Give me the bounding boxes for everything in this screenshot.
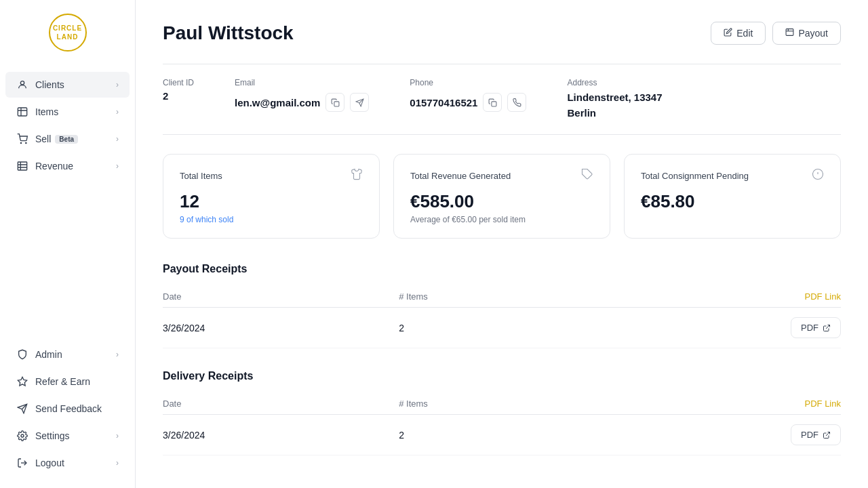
delivery-receipts-section: Delivery Receipts Date # Items PDF Link … xyxy=(163,370,841,455)
sidebar-item-items[interactable]: Items › xyxy=(5,99,130,125)
stats-row: Total Items 12 9 of which sold Total Rev… xyxy=(163,154,841,239)
logo-container: CIRCLE LAND xyxy=(0,0,135,65)
payout-pdf-header: PDF Link xyxy=(560,286,841,308)
sidebar-item-clients[interactable]: Clients › xyxy=(5,72,130,98)
logout-label: Logout xyxy=(35,458,64,468)
phone-actions: 015770416521 xyxy=(410,93,526,112)
total-items-label: Total Items xyxy=(180,171,222,181)
svg-rect-10 xyxy=(786,29,793,36)
payout-pdf-button[interactable]: PDF xyxy=(791,317,841,338)
sidebar-item-revenue[interactable]: Revenue › xyxy=(5,153,130,179)
consignment-icon xyxy=(812,168,824,183)
send-email-button[interactable] xyxy=(350,93,369,112)
phone-value: 015770416521 xyxy=(410,97,477,108)
main-nav: Clients › Items › Sell Beta › Revenue › xyxy=(0,65,135,335)
svg-rect-1 xyxy=(18,108,26,116)
sidebar-item-send-feedback[interactable]: Send Feedback xyxy=(5,396,130,422)
svg-marker-5 xyxy=(18,377,26,386)
payout-receipt-date: 3/26/2024 xyxy=(163,308,399,348)
sidebar: CIRCLE LAND Clients › Items › Sell Beta … xyxy=(0,0,136,488)
svg-rect-4 xyxy=(18,162,26,170)
payout-label: Payout xyxy=(798,28,828,39)
stat-card-consignment-header: Total Consignment Pending xyxy=(641,168,824,183)
delivery-receipt-date: 3/26/2024 xyxy=(163,415,399,455)
svg-point-2 xyxy=(20,142,21,143)
send-feedback-label: Send Feedback xyxy=(35,403,102,414)
clients-chevron: › xyxy=(116,80,119,89)
send-feedback-icon xyxy=(16,403,28,415)
refer-earn-icon xyxy=(16,375,28,388)
stat-card-consignment: Total Consignment Pending €85.80 xyxy=(624,154,841,239)
delivery-items-header: # Items xyxy=(399,393,560,415)
svg-point-0 xyxy=(20,81,24,85)
client-id-label: Client ID xyxy=(163,78,194,87)
settings-chevron: › xyxy=(116,431,119,441)
app-logo: CIRCLE LAND xyxy=(49,14,87,52)
payout-receipts-section: Payout Receipts Date # Items PDF Link 3/… xyxy=(163,263,841,348)
delivery-receipt-items: 2 xyxy=(399,415,560,455)
items-icon xyxy=(16,106,28,118)
svg-line-22 xyxy=(826,432,830,436)
settings-icon xyxy=(16,430,28,442)
payout-receipt-pdf-cell: PDF xyxy=(560,308,841,348)
delivery-pdf-header: PDF Link xyxy=(560,393,841,415)
sidebar-item-admin[interactable]: Admin › xyxy=(5,342,130,367)
clients-label: Clients xyxy=(35,79,64,90)
edit-button[interactable]: Edit xyxy=(711,22,766,45)
revenue-icon xyxy=(16,160,28,172)
page-header: Paul Wittstock Edit Payout xyxy=(163,22,841,45)
svg-point-8 xyxy=(21,434,24,437)
svg-rect-16 xyxy=(492,101,496,106)
stat-card-total-items-header: Total Items xyxy=(180,168,363,183)
payout-receipt-row: 3/26/2024 2 PDF xyxy=(163,308,841,348)
settings-label: Settings xyxy=(35,430,70,441)
stat-card-total-items: Total Items 12 9 of which sold xyxy=(163,154,380,239)
payout-items-header: # Items xyxy=(399,286,560,308)
revenue-chevron: › xyxy=(116,161,119,171)
logout-icon xyxy=(16,457,28,469)
payout-icon xyxy=(785,28,794,39)
consignment-value: €85.80 xyxy=(641,191,824,212)
items-label: Items xyxy=(35,106,58,117)
payout-pdf-label: PDF xyxy=(801,323,818,333)
delivery-pdf-label: PDF xyxy=(801,430,818,440)
items-chevron: › xyxy=(116,107,119,117)
email-label: Email xyxy=(235,78,369,87)
client-info: Client ID 2 Email len.w@gmail.com Phone … xyxy=(163,64,841,135)
call-phone-button[interactable] xyxy=(507,93,526,112)
svg-rect-13 xyxy=(334,101,339,106)
sidebar-bottom: Admin › Refer & Earn Send Feedback Setti… xyxy=(0,335,135,488)
delivery-date-header: Date xyxy=(163,393,399,415)
revenue-stat-sub: Average of €65.00 per sold item xyxy=(410,215,593,224)
revenue-label: Revenue xyxy=(35,161,73,171)
client-address-group: Address Lindenstreet, 13347Berlin xyxy=(567,78,662,121)
sell-chevron: › xyxy=(116,134,119,144)
consignment-label: Total Consignment Pending xyxy=(641,171,749,181)
refer-earn-label: Refer & Earn xyxy=(35,376,90,387)
payout-receipt-items: 2 xyxy=(399,308,560,348)
admin-label: Admin xyxy=(35,349,62,360)
delivery-pdf-button[interactable]: PDF xyxy=(791,424,841,445)
sell-label: Sell xyxy=(35,134,51,144)
copy-phone-button[interactable] xyxy=(483,93,502,112)
revenue-stat-icon xyxy=(581,168,593,183)
sidebar-item-sell[interactable]: Sell Beta › xyxy=(5,126,130,152)
delivery-receipts-table: Date # Items PDF Link 3/26/2024 2 PDF xyxy=(163,393,841,455)
edit-label: Edit xyxy=(736,28,753,39)
email-value: len.w@gmail.com xyxy=(235,97,320,108)
sidebar-item-logout[interactable]: Logout › xyxy=(5,450,130,476)
svg-line-21 xyxy=(826,325,830,329)
payout-button[interactable]: Payout xyxy=(772,22,841,45)
client-id-value: 2 xyxy=(163,90,194,102)
total-items-value: 12 xyxy=(180,191,363,212)
main-content: Paul Wittstock Edit Payout Client ID 2 E… xyxy=(136,0,868,488)
total-items-icon xyxy=(351,168,363,183)
delivery-receipt-row: 3/26/2024 2 PDF xyxy=(163,415,841,455)
address-value: Lindenstreet, 13347Berlin xyxy=(567,90,662,121)
sidebar-item-settings[interactable]: Settings › xyxy=(5,423,130,449)
clients-icon xyxy=(16,79,28,91)
copy-email-button[interactable] xyxy=(326,93,344,112)
sidebar-item-refer-earn[interactable]: Refer & Earn xyxy=(5,369,130,394)
edit-icon xyxy=(724,28,732,39)
revenue-stat-label: Total Revenue Generated xyxy=(410,171,511,181)
